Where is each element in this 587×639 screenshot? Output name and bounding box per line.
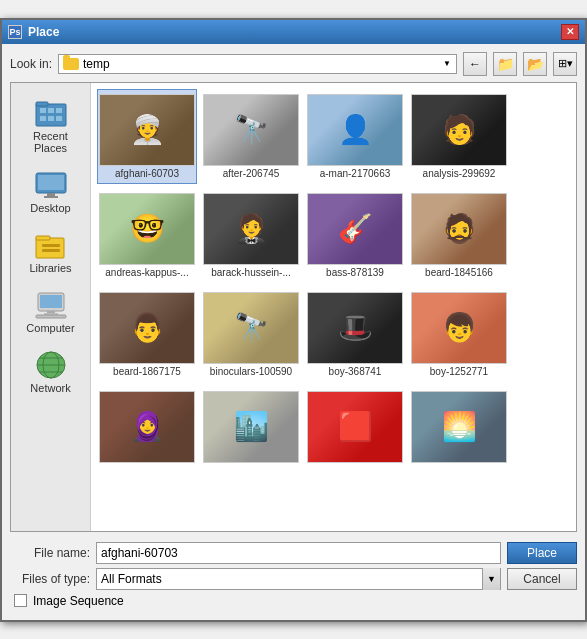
place-button[interactable]: Place	[507, 542, 577, 564]
filetype-dropdown-arrow[interactable]: ▼	[482, 568, 500, 590]
filename-input[interactable]	[96, 542, 501, 564]
close-button[interactable]: ✕	[561, 24, 579, 40]
main-content: Recent Places Desktop	[10, 82, 577, 532]
svg-rect-10	[47, 193, 55, 196]
chevron-down-icon: ▼	[442, 59, 452, 69]
file-item-barack[interactable]: 🤵 🏛️ barack-hussein-...	[201, 188, 301, 283]
file-label: a-man-2170663	[310, 168, 400, 179]
sidebar-item-computer[interactable]: Computer	[15, 283, 87, 341]
libraries-icon	[33, 230, 69, 260]
filetype-value: All Formats	[97, 569, 482, 589]
filetype-row: Files of type: All Formats ▼ Cancel	[10, 568, 577, 590]
svg-rect-11	[44, 196, 58, 198]
file-thumbnail: 🧕	[99, 391, 195, 463]
file-thumbnail: 🔭 🏙️	[203, 94, 299, 166]
up-folder-button[interactable]: 📁	[493, 52, 517, 76]
file-thumbnail: 👨	[99, 292, 195, 364]
recent-places-icon	[33, 98, 69, 128]
desktop-label: Desktop	[30, 202, 70, 214]
svg-rect-0	[36, 104, 66, 126]
file-label: after-206745	[206, 168, 296, 179]
file-label: andreas-kappus-...	[102, 267, 192, 278]
file-thumbnail: 🟥	[307, 391, 403, 463]
file-label: afghani-60703	[102, 168, 192, 179]
image-sequence-label: Image Sequence	[33, 594, 124, 608]
back-button[interactable]: ←	[463, 52, 487, 76]
file-item-analysis-299692[interactable]: 🧑 analysis-299692	[409, 89, 509, 184]
bottom-controls: File name: Place Files of type: All Form…	[10, 538, 577, 612]
folder-icon	[63, 58, 79, 70]
file-item-boy-368741[interactable]: 🎩 boy-368741	[305, 287, 405, 382]
svg-rect-15	[42, 249, 60, 252]
file-item-row4d[interactable]: 🌅	[409, 386, 509, 470]
svg-rect-12	[36, 238, 64, 258]
title-bar-left: Ps Place	[8, 25, 59, 39]
file-label: beard-1867175	[102, 366, 192, 377]
file-thumbnail: 🤓	[99, 193, 195, 265]
filetype-dropdown[interactable]: All Formats ▼	[96, 568, 501, 590]
network-icon	[33, 350, 69, 380]
svg-rect-14	[42, 244, 60, 247]
libraries-label: Libraries	[29, 262, 71, 274]
file-thumbnail: 🧑	[411, 94, 507, 166]
file-item-row4b[interactable]: 🏙️	[201, 386, 301, 470]
file-thumbnail: 🎩	[307, 292, 403, 364]
file-label: binoculars-100590	[206, 366, 296, 377]
file-label: boy-368741	[310, 366, 400, 377]
file-item-andreas[interactable]: 🤓 andreas-kappus-...	[97, 188, 197, 283]
file-item-boy-1252771[interactable]: 👦 boy-1252771	[409, 287, 509, 382]
svg-rect-7	[56, 116, 62, 121]
file-thumbnail: 🤵 🏛️	[203, 193, 299, 265]
file-item-row4a[interactable]: 🧕	[97, 386, 197, 470]
svg-rect-3	[48, 108, 54, 113]
file-thumbnail: 🎸	[307, 193, 403, 265]
file-item-beard-1867175[interactable]: 👨 beard-1867175	[97, 287, 197, 382]
file-item-binoculars[interactable]: 🔭 binoculars-100590	[201, 287, 301, 382]
svg-rect-17	[40, 295, 62, 308]
svg-rect-4	[56, 108, 62, 113]
place-dialog: Ps Place ✕ Look in: temp ▼ ← 📁 📂 ⊞▾	[0, 18, 587, 622]
file-label: beard-1845166	[414, 267, 504, 278]
computer-label: Computer	[26, 322, 74, 334]
file-thumbnail: 🌅	[411, 391, 507, 463]
svg-rect-6	[48, 116, 54, 121]
dialog-body: Look in: temp ▼ ← 📁 📂 ⊞▾	[2, 44, 585, 620]
filename-row: File name: Place	[10, 542, 577, 564]
file-item-beard-1845166[interactable]: 🧔 beard-1845166	[409, 188, 509, 283]
sidebar: Recent Places Desktop	[11, 83, 91, 531]
filename-label: File name:	[10, 546, 90, 560]
sidebar-item-desktop[interactable]: Desktop	[15, 163, 87, 221]
file-item-a-man-2170663[interactable]: 👤 a-man-2170663	[305, 89, 405, 184]
file-thumbnail: 👦	[411, 292, 507, 364]
views-button[interactable]: ⊞▾	[553, 52, 577, 76]
file-item-afghani-60703[interactable]: 👳 afghani-60703	[97, 89, 197, 184]
image-sequence-checkbox[interactable]	[14, 594, 27, 607]
new-folder-button[interactable]: 📂	[523, 52, 547, 76]
recent-places-label: Recent Places	[20, 130, 82, 154]
file-label: barack-hussein-...	[206, 267, 296, 278]
sidebar-item-recent-places[interactable]: Recent Places	[15, 91, 87, 161]
image-sequence-row: Image Sequence	[10, 594, 577, 608]
file-item-row4c[interactable]: 🟥	[305, 386, 405, 470]
look-in-dropdown[interactable]: temp ▼	[58, 54, 457, 74]
desktop-icon	[33, 170, 69, 200]
window-title: Place	[28, 25, 59, 39]
file-label: analysis-299692	[414, 168, 504, 179]
look-in-label: Look in:	[10, 57, 52, 71]
computer-icon	[33, 290, 69, 320]
svg-rect-2	[40, 108, 46, 113]
sidebar-item-network[interactable]: Network	[15, 343, 87, 401]
file-thumbnail: 👤	[307, 94, 403, 166]
file-browser[interactable]: 👳 afghani-60703 🔭 🏙️ after-206745 👤	[91, 83, 576, 531]
file-thumbnail: 🧔	[411, 193, 507, 265]
svg-rect-9	[38, 175, 64, 190]
cancel-button[interactable]: Cancel	[507, 568, 577, 590]
file-item-bass[interactable]: 🎸 bass-878139	[305, 188, 405, 283]
sidebar-item-libraries[interactable]: Libraries	[15, 223, 87, 281]
network-label: Network	[30, 382, 70, 394]
file-thumbnail: 🏙️	[203, 391, 299, 463]
file-label: bass-878139	[310, 267, 400, 278]
file-thumbnail: 🔭	[203, 292, 299, 364]
file-item-after-206745[interactable]: 🔭 🏙️ after-206745	[201, 89, 301, 184]
svg-rect-18	[47, 311, 55, 313]
